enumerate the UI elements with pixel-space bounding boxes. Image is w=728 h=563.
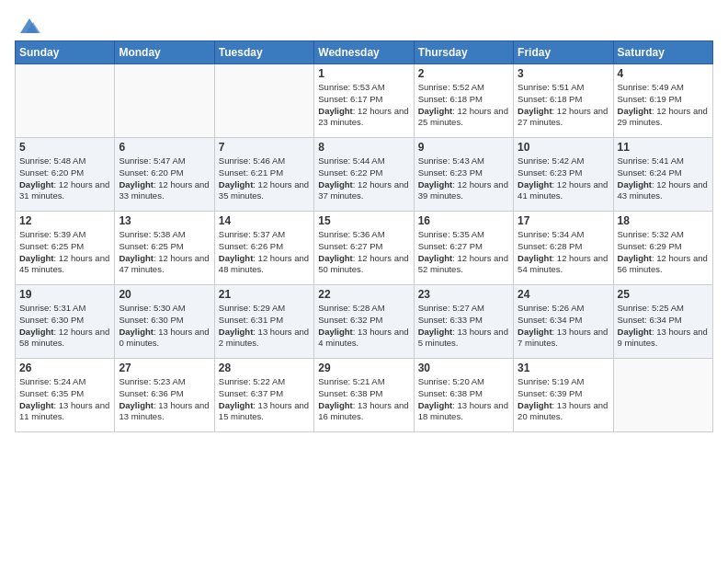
day-info: Daylight: 12 hours and 54 minutes. [518,253,609,277]
day-info: Sunrise: 5:37 AM [219,229,310,241]
day-number: 31 [518,362,609,374]
day-info: Daylight: 12 hours and 43 minutes. [618,179,709,203]
day-number: 10 [518,141,609,154]
calendar-cell: 22Sunrise: 5:28 AMSunset: 6:32 PMDayligh… [314,285,414,359]
day-info: Sunset: 6:30 PM [19,315,110,327]
calendar-cell: 19Sunrise: 5:31 AMSunset: 6:30 PMDayligh… [16,285,115,359]
day-number: 29 [318,362,409,374]
day-info: Sunset: 6:27 PM [418,241,509,253]
day-info: Sunset: 6:17 PM [318,94,409,106]
day-info: Sunrise: 5:35 AM [418,229,509,241]
day-number: 24 [518,288,609,301]
day-info: Daylight: 12 hours and 23 minutes. [318,106,409,130]
day-info: Sunset: 6:31 PM [219,315,310,327]
calendar-cell: 25Sunrise: 5:25 AMSunset: 6:34 PMDayligh… [613,285,712,359]
day-number: 25 [618,288,709,301]
day-info: Daylight: 12 hours and 50 minutes. [318,253,409,277]
calendar-week-row: 12Sunrise: 5:39 AMSunset: 6:25 PMDayligh… [16,212,713,285]
day-info: Sunset: 6:22 PM [318,167,409,179]
day-info: Sunset: 6:18 PM [518,94,609,106]
day-number: 19 [19,288,110,301]
calendar-cell: 2Sunrise: 5:52 AMSunset: 6:18 PMDaylight… [414,64,513,138]
day-info: Daylight: 12 hours and 29 minutes. [618,106,709,130]
day-info: Daylight: 12 hours and 31 minutes. [19,179,110,203]
day-number: 23 [418,288,509,301]
day-info: Sunrise: 5:39 AM [19,229,110,241]
header-friday: Friday [514,41,613,64]
calendar-week-row: 26Sunrise: 5:24 AMSunset: 6:35 PMDayligh… [16,359,713,432]
day-info: Daylight: 12 hours and 33 minutes. [119,179,210,203]
day-info: Sunrise: 5:24 AM [19,376,110,388]
day-info: Daylight: 12 hours and 58 minutes. [19,327,110,350]
calendar-cell: 28Sunrise: 5:22 AMSunset: 6:37 PMDayligh… [214,359,313,432]
day-info: Daylight: 13 hours and 16 minutes. [318,400,409,424]
calendar-cell [115,64,214,138]
header-wednesday: Wednesday [314,41,414,64]
day-info: Daylight: 12 hours and 35 minutes. [219,179,310,203]
day-info: Sunrise: 5:28 AM [318,303,409,315]
day-number: 22 [318,288,409,301]
day-info: Daylight: 13 hours and 4 minutes. [318,327,409,350]
day-info: Daylight: 13 hours and 15 minutes. [219,400,310,424]
calendar-cell: 29Sunrise: 5:21 AMSunset: 6:38 PMDayligh… [314,359,414,432]
day-info: Sunset: 6:25 PM [19,241,110,253]
logo [15,15,42,37]
day-info: Sunrise: 5:53 AM [318,82,409,94]
calendar-cell: 18Sunrise: 5:32 AMSunset: 6:29 PMDayligh… [613,212,712,285]
day-info: Daylight: 13 hours and 0 minutes. [119,327,210,350]
day-info: Daylight: 12 hours and 56 minutes. [618,253,709,277]
day-info: Sunrise: 5:52 AM [418,82,509,94]
page-header [15,15,713,37]
day-number: 4 [618,67,709,80]
day-number: 8 [318,141,409,154]
calendar-cell [16,64,115,138]
day-info: Daylight: 12 hours and 39 minutes. [418,179,509,203]
header-tuesday: Tuesday [214,41,313,64]
day-info: Daylight: 12 hours and 47 minutes. [119,253,210,277]
day-info: Sunset: 6:36 PM [119,388,210,400]
day-number: 30 [418,362,509,374]
header-monday: Monday [115,41,214,64]
day-number: 27 [119,362,210,374]
calendar-cell: 16Sunrise: 5:35 AMSunset: 6:27 PMDayligh… [414,212,513,285]
calendar-cell: 26Sunrise: 5:24 AMSunset: 6:35 PMDayligh… [16,359,115,432]
calendar-header-row: SundayMondayTuesdayWednesdayThursdayFrid… [16,41,713,64]
calendar-cell: 1Sunrise: 5:53 AMSunset: 6:17 PMDaylight… [314,64,414,138]
day-number: 5 [19,141,110,154]
day-info: Sunset: 6:34 PM [518,315,609,327]
day-number: 9 [418,141,509,154]
day-info: Sunset: 6:30 PM [119,315,210,327]
day-number: 2 [418,67,509,80]
day-info: Daylight: 12 hours and 37 minutes. [318,179,409,203]
day-info: Sunset: 6:19 PM [618,94,709,106]
calendar-cell: 3Sunrise: 5:51 AMSunset: 6:18 PMDaylight… [514,64,613,138]
header-sunday: Sunday [16,41,115,64]
calendar-table: SundayMondayTuesdayWednesdayThursdayFrid… [15,40,713,432]
day-info: Sunrise: 5:36 AM [318,229,409,241]
day-number: 12 [19,214,110,227]
day-info: Daylight: 12 hours and 52 minutes. [418,253,509,277]
day-info: Sunset: 6:24 PM [618,167,709,179]
calendar-cell: 23Sunrise: 5:27 AMSunset: 6:33 PMDayligh… [414,285,513,359]
day-info: Sunset: 6:23 PM [518,167,609,179]
day-info: Sunrise: 5:46 AM [219,155,310,167]
day-info: Daylight: 12 hours and 25 minutes. [418,106,509,130]
day-info: Sunset: 6:29 PM [618,241,709,253]
day-number: 13 [119,214,210,227]
day-number: 21 [219,288,310,301]
day-info: Sunrise: 5:43 AM [418,155,509,167]
calendar-cell: 24Sunrise: 5:26 AMSunset: 6:34 PMDayligh… [514,285,613,359]
calendar-cell: 21Sunrise: 5:29 AMSunset: 6:31 PMDayligh… [214,285,313,359]
day-info: Daylight: 12 hours and 27 minutes. [518,106,609,130]
calendar-cell: 9Sunrise: 5:43 AMSunset: 6:23 PMDaylight… [414,138,513,212]
day-number: 17 [518,214,609,227]
day-info: Daylight: 13 hours and 20 minutes. [518,400,609,424]
calendar-week-row: 5Sunrise: 5:48 AMSunset: 6:20 PMDaylight… [16,138,713,212]
day-info: Sunrise: 5:51 AM [518,82,609,94]
day-info: Sunset: 6:20 PM [19,167,110,179]
calendar-cell: 5Sunrise: 5:48 AMSunset: 6:20 PMDaylight… [16,138,115,212]
calendar-cell: 7Sunrise: 5:46 AMSunset: 6:21 PMDaylight… [214,138,313,212]
calendar-cell: 20Sunrise: 5:30 AMSunset: 6:30 PMDayligh… [115,285,214,359]
day-info: Sunrise: 5:19 AM [518,376,609,388]
day-info: Sunrise: 5:44 AM [318,155,409,167]
